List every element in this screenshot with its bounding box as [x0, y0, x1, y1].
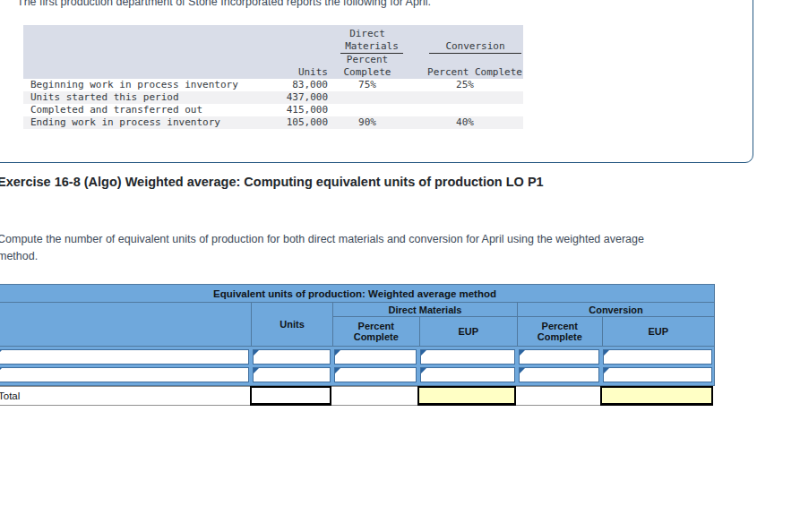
- row-dm-percent: [328, 104, 407, 116]
- total-row-label: Total: [0, 386, 250, 406]
- row1-label-select-cell[interactable]: [0, 349, 251, 365]
- total-conversion-percent-cell: [516, 386, 600, 406]
- total-units-input-cell[interactable]: [250, 386, 331, 406]
- row-label: Ending work in process inventory: [23, 116, 243, 129]
- row1-dm-eup-input-cell[interactable]: [418, 349, 517, 365]
- row-units: 83,000: [243, 79, 328, 91]
- units-header: Units: [243, 66, 328, 79]
- total-dm-eup-result-cell: [417, 386, 516, 406]
- dropdown-arrow-icon: [520, 350, 525, 356]
- conversion-percent-complete-header: Percent Complete: [518, 317, 602, 346]
- worksheet-dm-group: Direct Materials Percent Complete EUP: [332, 303, 517, 346]
- table-row: Ending work in process inventory 105,000…: [23, 116, 523, 129]
- worksheet-label-column-header: [0, 303, 251, 346]
- row-label: Completed and transferred out: [23, 104, 243, 116]
- worksheet-total-row: Total: [0, 386, 715, 406]
- header-row-4: Units Complete Percent Complete: [23, 66, 523, 79]
- worksheet-conversion-group: Conversion Percent Complete EUP: [517, 303, 714, 346]
- answer-worksheet: Equivalent units of production: Weighted…: [0, 284, 715, 406]
- row-conv-percent: [407, 104, 523, 116]
- row-units: 437,000: [243, 91, 328, 104]
- given-data-table: Direct Materials Conversion Percent Unit…: [23, 25, 523, 129]
- table-row: Beginning work in process inventory 83,0…: [23, 79, 523, 91]
- table-row: Units started this period 437,000: [23, 91, 523, 104]
- row2-conversion-eup-input-cell[interactable]: [601, 367, 714, 382]
- row1-units-input-cell[interactable]: [251, 349, 332, 365]
- problem-intro-text: The first production department of Stone…: [17, 0, 431, 8]
- instructions-line-2: method.: [0, 248, 644, 265]
- dropdown-arrow-icon: [0, 350, 2, 356]
- row2-dm-eup-input-cell[interactable]: [418, 367, 517, 382]
- dropdown-arrow-icon: [0, 368, 2, 373]
- dropdown-arrow-icon: [254, 368, 259, 373]
- conversion-group-header: Conversion: [518, 303, 714, 317]
- row-conv-percent: [407, 91, 523, 104]
- row-label: Units started this period: [23, 91, 243, 104]
- row-dm-percent: 90%: [328, 116, 407, 129]
- worksheet-input-row-2: [0, 367, 714, 382]
- row-dm-percent: [328, 91, 407, 104]
- dm-percent-complete-header: Percent Complete: [333, 317, 419, 346]
- total-conversion-eup-result-cell: [600, 386, 713, 406]
- conversion-eup-header: EUP: [602, 317, 714, 346]
- row2-units-input-cell[interactable]: [251, 367, 332, 382]
- dropdown-arrow-icon: [520, 368, 525, 373]
- dm-group-header-line2: Materials: [340, 40, 403, 54]
- dropdown-arrow-icon: [604, 368, 609, 373]
- row-conv-percent: 40%: [407, 116, 523, 129]
- row-units: 105,000: [243, 116, 328, 129]
- row1-conversion-eup-input-cell[interactable]: [601, 349, 714, 365]
- header-row-2: Materials Conversion: [23, 40, 523, 54]
- exercise-title: Exercise 16-8 (Algo) Weighted average: C…: [0, 175, 544, 189]
- row2-label-select-cell[interactable]: [0, 367, 251, 382]
- header-row-1: Direct: [23, 25, 523, 40]
- row-units: 415,000: [243, 104, 328, 116]
- row-conv-percent: 25%: [407, 79, 523, 91]
- row2-dm-percent-input-cell[interactable]: [332, 367, 418, 382]
- worksheet-grid: Equivalent units of production: Weighted…: [0, 284, 715, 386]
- row2-conversion-percent-input-cell[interactable]: [517, 367, 601, 382]
- conversion-group-header: Conversion: [429, 40, 521, 54]
- dm-eup-header: EUP: [419, 317, 517, 346]
- conversion-percent-header: Percent Complete: [407, 66, 523, 79]
- worksheet-header: Units Direct Materials Percent Complete …: [0, 303, 714, 347]
- row1-dm-percent-input-cell[interactable]: [332, 349, 418, 365]
- dm-group-header: Direct Materials: [333, 303, 517, 317]
- exercise-instructions: Compute the number of equivalent units o…: [0, 231, 644, 264]
- worksheet-units-header: Units: [251, 303, 332, 346]
- row-label: Beginning work in process inventory: [23, 79, 243, 91]
- dropdown-arrow-icon: [604, 350, 609, 356]
- dm-percent-header-line1: Percent: [328, 54, 407, 66]
- worksheet-title: Equivalent units of production: Weighted…: [0, 285, 714, 303]
- dropdown-arrow-icon: [335, 350, 340, 356]
- dm-percent-header-line2: Complete: [328, 66, 407, 79]
- total-dm-percent-cell: [331, 386, 417, 406]
- instructions-line-1: Compute the number of equivalent units o…: [0, 231, 644, 248]
- worksheet-input-row-1: [0, 349, 714, 365]
- dropdown-arrow-icon: [335, 368, 340, 373]
- row1-conversion-percent-input-cell[interactable]: [517, 349, 601, 365]
- dropdown-arrow-icon: [254, 350, 259, 356]
- dropdown-arrow-icon: [421, 368, 426, 373]
- dm-group-header-line1: Direct: [328, 25, 407, 40]
- dropdown-arrow-icon: [421, 350, 426, 356]
- problem-card: The first production department of Stone…: [0, 0, 753, 163]
- table-row: Completed and transferred out 415,000: [23, 104, 523, 116]
- row-dm-percent: 75%: [328, 79, 407, 91]
- header-row-3: Percent: [23, 54, 523, 66]
